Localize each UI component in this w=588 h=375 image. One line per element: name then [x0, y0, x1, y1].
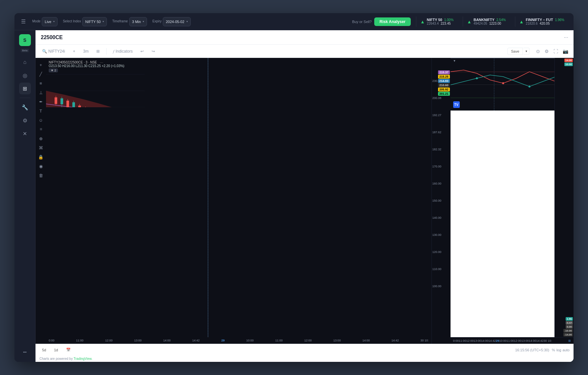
up-arrow-icon: ▲	[467, 19, 472, 24]
indicators-button[interactable]: 𝑓 Indicators	[110, 48, 135, 55]
clock-icon-button[interactable]: ⊙	[535, 47, 541, 55]
bottom-chart-section: ▼	[451, 58, 574, 344]
nifty50-diff: 223.45	[441, 22, 451, 25]
svg-rect-11	[55, 97, 57, 104]
5d-button[interactable]: 5d	[39, 347, 49, 353]
finnifty-diff: 420.05	[540, 22, 550, 25]
ruler-tool[interactable]: ⌗	[36, 125, 45, 134]
oscillator-price-axis: 14.00 10.00 1.96 0.47 0.00 -10.00 -14.00	[554, 58, 574, 337]
right-price-axis: 215.37 215.25 214.83 210.60 205.92 201.2…	[431, 58, 451, 344]
index-group: Select Index NIFTY 50 ▾	[63, 17, 107, 26]
svg-point-146	[528, 86, 530, 88]
timeframe-label: Timeframe	[112, 19, 128, 23]
top-bar: ☰ Mode Live ▾ Select Index NIFTY 50 ▾ Ti…	[14, 13, 574, 30]
sidebar-divider	[20, 98, 30, 98]
banknifty-change: 2.54%	[497, 18, 506, 22]
crosshair-tool[interactable]: +	[36, 61, 45, 69]
up-arrow-icon: ▲	[519, 19, 524, 24]
sidebar-item-options[interactable]: ⊞	[19, 83, 31, 94]
chevron-down-icon: ▾	[143, 20, 144, 23]
index-dropdown[interactable]: NIFTY 50 ▾	[82, 17, 107, 26]
svg-point-139	[502, 82, 504, 84]
pct-label: %	[552, 348, 555, 352]
undo-button[interactable]: ↩	[138, 48, 146, 55]
pen-tool[interactable]: ✒	[36, 97, 45, 106]
trend-line-tool[interactable]: ╱	[36, 70, 45, 78]
expiry-label: Expiry	[152, 19, 161, 23]
svg-rect-17	[72, 102, 75, 107]
finnifty-change: 1.96%	[555, 18, 564, 22]
oscillator-wrapper: ▼	[451, 58, 574, 337]
sidebar-item-close[interactable]: ✕	[19, 128, 31, 139]
mode-dropdown[interactable]: Live ▾	[42, 17, 58, 26]
redo-button[interactable]: ↪	[149, 48, 158, 55]
osc-tag-000: 0.00	[566, 325, 573, 329]
add-indicator-button[interactable]: +	[70, 48, 78, 55]
sidebar-item-home[interactable]: ⌂	[19, 56, 31, 68]
oscillator-x-axis: 0:00 11:00 12:00 13:00 14:00 14:42 29 10…	[451, 337, 574, 344]
osc-tag-10: 10.00	[564, 63, 573, 66]
fullscreen-icon-button[interactable]: ⛶	[552, 47, 559, 55]
price-scale: 230.00 200.08 192.27 187.62 182.32 170.0…	[432, 72, 442, 295]
oscillator-svg	[451, 59, 554, 111]
sidebar-item-chart[interactable]: ◎	[19, 69, 31, 81]
nifty50-price: 22643.4	[427, 22, 439, 25]
sidebar-item-settings[interactable]: ⚙	[19, 114, 31, 126]
1d-button[interactable]: 1d	[51, 347, 61, 353]
chart-more-button[interactable]: ···	[564, 35, 568, 40]
magnet-tool[interactable]: ⌘	[36, 143, 45, 152]
visibility-tool[interactable]: ◉	[36, 162, 45, 170]
logo: S	[19, 34, 31, 46]
sidebar-item-wrench[interactable]: 🔧	[19, 101, 31, 113]
beta-badge: Beta	[21, 49, 29, 52]
tradingview-link[interactable]: TradingView.	[74, 357, 92, 361]
up-arrow-icon: ▲	[420, 19, 425, 24]
mode-label: Mode	[32, 19, 40, 23]
banknifty-price: 49424.05	[474, 22, 487, 25]
timeframe-group: Timeframe 3 Min ▾	[112, 17, 147, 26]
expiry-dropdown[interactable]: 2024-05-02 ▾	[163, 17, 190, 26]
mode-group: Mode Live ▾	[32, 17, 58, 26]
left-sidebar: S Beta ⌂ ◎ ⊞ 🔧 ⚙ ✕ •••	[14, 30, 36, 362]
save-dropdown-button[interactable]: ▾	[524, 48, 529, 55]
svg-point-145	[476, 77, 478, 79]
svg-rect-19	[78, 106, 81, 107]
lock-tool[interactable]: 🔒	[36, 153, 45, 161]
fullscreen-expand-icon[interactable]: ⊞	[568, 339, 571, 342]
zoom-tool[interactable]: ⊕	[36, 134, 45, 143]
emoji-tool[interactable]: ☺	[36, 116, 45, 124]
nifty50-name: NIFTY 50	[427, 18, 442, 22]
calendar-button[interactable]: 📅	[63, 347, 73, 353]
finnifty-ticker: ▲ FINNIFTY – FUT 1.96% 21820.6 420.05	[515, 16, 568, 27]
osc-tag-196: 1.96	[566, 317, 573, 321]
sidebar-item-more[interactable]: •••	[19, 346, 31, 358]
chart-canvas[interactable]: NIFTY24050222500CE · 3 · NSE — O213.50 H…	[46, 58, 431, 344]
timeframe-display-button[interactable]: 3m	[81, 48, 91, 55]
powered-by-bar: Charts are powered by TradingView.	[36, 356, 574, 362]
search-symbol-button[interactable]: 🔍 NIFTY24i	[39, 48, 68, 55]
camera-icon-button[interactable]: 📷	[561, 47, 570, 55]
buy-or-sell-label: Buy or Sell?	[352, 20, 372, 24]
save-button[interactable]: Save	[507, 48, 523, 55]
hamburger-button[interactable]: ☰	[20, 17, 27, 26]
oscillator-section: ▼	[451, 58, 554, 111]
log-auto-controls: % log auto	[552, 348, 570, 352]
fork-tool[interactable]: ⊥	[36, 88, 45, 97]
compare-button[interactable]: ⊞	[94, 48, 102, 55]
oscillator-tags: 14.00 10.00	[564, 59, 573, 66]
timeframe-dropdown[interactable]: 3 Min ▾	[129, 17, 147, 26]
osc-tag-047: 0.47	[566, 321, 573, 325]
trash-tool[interactable]: 🗑	[36, 171, 45, 180]
text-tool[interactable]: T	[36, 107, 45, 115]
risk-analyser-button[interactable]: Risk Analyser	[374, 17, 411, 26]
expiry-group: Expiry 2024-05-02 ▾	[152, 17, 190, 26]
search-icon: 🔍	[42, 49, 47, 54]
horizontal-line-tool[interactable]: ≡	[36, 79, 45, 88]
banknifty-name: BANKNIFTY	[474, 18, 495, 22]
save-group: Save ▾	[507, 48, 529, 55]
oscillator-bottom-tags: 1.96 0.47 0.00 -10.00 -14.00	[563, 317, 573, 337]
chart-toolbar: 🔍 NIFTY24i + 3m ⊞ 𝑓 Indicators ↩ ↪ Save …	[36, 45, 574, 58]
banknifty-diff: 1223.00	[489, 22, 501, 25]
svg-rect-13	[61, 98, 63, 104]
gear-icon-button[interactable]: ⚙	[543, 47, 550, 55]
